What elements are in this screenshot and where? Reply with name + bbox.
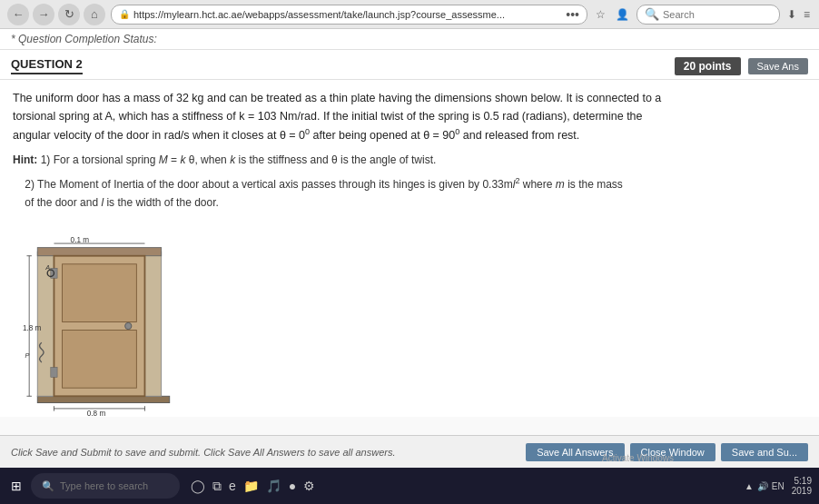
hint2b-content: of the door and l is the width of the do… — [13, 196, 219, 209]
refresh-button[interactable]: ↻ — [58, 4, 80, 25]
question-line2: torsional spring at A, which has a stiff… — [13, 110, 643, 123]
taskbar-search[interactable]: 🔍 — [31, 473, 180, 499]
lock-icon: 🔒 — [119, 9, 130, 19]
svg-rect-2 — [144, 252, 161, 396]
taskbar-explorer-icon[interactable]: 📁 — [243, 479, 259, 493]
address-bar[interactable]: 🔒 https://mylearn.hct.ac.ae/webapps/asse… — [111, 5, 587, 25]
svg-text:1.8 m: 1.8 m — [23, 323, 42, 331]
taskbar-spotify-icon[interactable]: ● — [289, 479, 296, 493]
svg-rect-0 — [37, 396, 169, 402]
save-submit-button[interactable]: Save and Su... — [721, 443, 808, 461]
taskbar-date-text: 2019 — [792, 486, 812, 496]
nav-buttons: ← → ↻ ⌂ — [7, 4, 105, 25]
browser-chrome: ← → ↻ ⌂ 🔒 https://mylearn.hct.ac.ae/weba… — [0, 0, 819, 29]
taskbar-lang-icon: EN — [772, 481, 784, 491]
taskbar-volume-icon: 🔊 — [757, 481, 768, 491]
taskbar-sys-icons: ▲ 🔊 EN — [745, 481, 784, 491]
taskbar-right: ▲ 🔊 EN 5:19 2019 — [745, 476, 812, 496]
taskbar-task-view-icon[interactable]: ⧉ — [212, 479, 222, 494]
bottom-bar: Click Save and Submit to save and submit… — [0, 435, 819, 468]
taskbar-clock: 5:19 2019 — [792, 476, 812, 496]
menu-icon[interactable]: ≡ — [802, 6, 812, 23]
search-box[interactable]: 🔍 — [636, 5, 780, 25]
door-diagram: A 0.1 m 1.8 m 0.8 m P — [13, 235, 194, 417]
svg-rect-5 — [63, 264, 137, 322]
taskbar-network-icon: ▲ — [745, 481, 754, 491]
taskbar-cortana-icon[interactable]: ◯ — [191, 479, 205, 493]
download-icon[interactable]: ⬇ — [785, 6, 798, 23]
hint2-content: 2) The Moment of Inertia of the door abo… — [13, 178, 623, 191]
top-right-icons: ⬇ ≡ — [785, 6, 812, 23]
home-button[interactable]: ⌂ — [84, 4, 105, 25]
header-right: 20 points Save Ans — [675, 57, 808, 75]
door-diagram-section: A 0.1 m 1.8 m 0.8 m P — [13, 235, 806, 417]
taskbar-app-icon[interactable]: ⚙ — [303, 479, 315, 493]
taskbar-search-icon: 🔍 — [42, 480, 54, 492]
page-content: * Question Completion Status: QUESTION 2… — [0, 29, 819, 468]
points-badge: 20 points — [675, 57, 741, 75]
taskbar-search-input[interactable] — [60, 480, 169, 491]
completion-status-text: * Question Completion Status: — [11, 33, 157, 45]
hint1-text: Hint: 1) For a torsional spring M = k θ,… — [13, 152, 806, 169]
activate-watermark: Activate Windows — [602, 453, 674, 463]
svg-text:P: P — [25, 351, 30, 359]
taskbar-icons: ◯ ⧉ e 📁 🎵 ● ⚙ — [191, 479, 315, 494]
more-options-icon[interactable]: ••• — [566, 7, 579, 22]
url-text: https://mylearn.hct.ac.ae/webapps/assess… — [133, 9, 562, 20]
activate-text: Activate Windows — [602, 453, 674, 463]
bottom-instruction: Click Save and Submit to save and submit… — [11, 447, 395, 458]
taskbar-time-text: 5:19 — [794, 476, 812, 486]
svg-text:0.1 m: 0.1 m — [71, 236, 90, 244]
taskbar-media-icon[interactable]: 🎵 — [266, 479, 281, 493]
search-magnifier-icon: 🔍 — [645, 7, 659, 21]
browser-action-icons: ☆ 👤 — [593, 6, 631, 23]
save-answer-button[interactable]: Save Ans — [748, 58, 808, 74]
question-container: QUESTION 2 20 points Save Ans The unifor… — [0, 50, 819, 417]
svg-rect-3 — [37, 247, 161, 255]
back-button[interactable]: ← — [7, 4, 29, 25]
question-header: QUESTION 2 20 points Save Ans — [0, 50, 819, 80]
search-input[interactable] — [663, 9, 772, 20]
svg-rect-8 — [51, 367, 57, 377]
forward-button[interactable]: → — [33, 4, 54, 25]
question-line3: angular velocity of the door in rad/s wh… — [13, 129, 579, 142]
question-line1: The uniform door has a mass of 32 kg and… — [13, 92, 661, 104]
question-title: QUESTION 2 — [11, 57, 83, 74]
completion-status: * Question Completion Status: — [0, 29, 819, 50]
svg-text:0.8 m: 0.8 m — [87, 410, 106, 417]
question-body: The uniform door has a mass of 32 kg and… — [0, 80, 819, 226]
account-icon[interactable]: 👤 — [615, 6, 631, 23]
svg-rect-6 — [63, 330, 137, 388]
hint1-content: 1) For a torsional spring M = k θ, when … — [41, 153, 437, 166]
bookmark-icon[interactable]: ☆ — [593, 6, 609, 23]
svg-point-11 — [125, 322, 132, 329]
taskbar: ⊞ 🔍 ◯ ⧉ e 📁 🎵 ● ⚙ ▲ 🔊 EN 5:19 2019 — [0, 468, 819, 504]
taskbar-edge-icon[interactable]: e — [229, 479, 236, 493]
question-text: The uniform door has a mass of 32 kg and… — [13, 89, 806, 144]
svg-text:A: A — [44, 263, 50, 272]
start-button[interactable]: ⊞ — [7, 475, 25, 497]
hint2-text: 2) The Moment of Inertia of the door abo… — [13, 174, 806, 211]
